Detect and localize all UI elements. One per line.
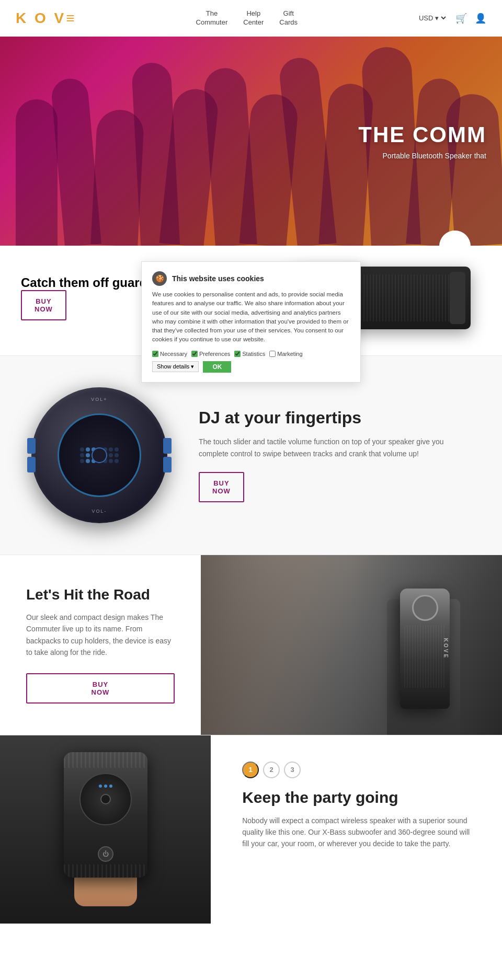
party-speaker-display: ⏻	[0, 735, 211, 924]
cookie-preferences[interactable]: Preferences	[191, 351, 230, 357]
party-heading: Keep the party going	[242, 789, 476, 806]
nav-the-commuter[interactable]: The Commuter	[196, 9, 228, 27]
gear-area	[201, 555, 351, 735]
cookie-preferences-checkbox[interactable]	[191, 351, 198, 357]
hero-subtitle: Portable Bluetooth Speaker that	[358, 152, 486, 160]
speaker-face	[79, 773, 132, 825]
party-step-2[interactable]: 2	[263, 762, 280, 778]
cookie-title: This website uses cookies	[172, 274, 264, 283]
speaker-dot	[86, 453, 90, 457]
led	[99, 785, 102, 788]
dj-buy-now-button[interactable]: BUYNOW	[199, 472, 244, 502]
crowd-figure-12	[444, 93, 502, 246]
cart-icon[interactable]: 🛒	[455, 13, 467, 24]
cookie-marketing-label: Marketing	[277, 351, 302, 357]
speaker-dot	[115, 453, 119, 457]
party-body: Nobody will expect a compact wireless sp…	[242, 815, 476, 850]
party-image: ⏻	[0, 735, 211, 924]
road-image: KOVE	[201, 555, 502, 735]
speaker-side-right	[163, 438, 172, 472]
catch-buy-now-button[interactable]: BUYNOW	[21, 290, 66, 320]
cookie-show-details-button[interactable]: Show details ▾	[152, 361, 199, 372]
power-button: ⏻	[98, 846, 113, 862]
dj-heading: DJ at your fingertips	[199, 408, 471, 428]
party-section: ⏻ 1 2 3 Keep the party going Nobody will…	[0, 735, 502, 924]
hero-title: THE COMM	[358, 122, 486, 147]
cookie-statistics-checkbox[interactable]	[234, 351, 241, 357]
cookie-icon: 🍪	[152, 271, 167, 286]
dj-body: The touch slider and tactile volume func…	[199, 436, 471, 459]
round-speaker-image	[31, 387, 167, 523]
site-header: K O V≡ The Commuter Help Center Gift Car…	[0, 0, 502, 37]
speaker-top-cap	[412, 595, 438, 621]
led	[109, 785, 112, 788]
road-buy-now-button[interactable]: BUYNOW	[26, 673, 175, 704]
speaker-inner	[58, 413, 141, 497]
cookie-marketing[interactable]: Marketing	[269, 351, 302, 357]
cookie-statistics[interactable]: Statistics	[234, 351, 265, 357]
party-speaker-body: ⏻	[64, 752, 147, 878]
speaker-dot	[80, 459, 84, 463]
crowd-figure-1	[16, 99, 58, 246]
cookie-options: Necessary Preferences Statistics Marketi…	[152, 351, 350, 373]
speaker-dot	[109, 447, 113, 452]
road-heading: Let's Hit the Road	[26, 586, 175, 603]
cookie-necessary-label: Necessary	[160, 351, 187, 357]
dj-section: DJ at your fingertips The touch slider a…	[0, 356, 502, 555]
speaker-center-button	[92, 447, 107, 463]
cookie-banner-header: 🍪 This website uses cookies	[152, 271, 350, 286]
party-text: 1 2 3 Keep the party going Nobody will e…	[211, 735, 502, 924]
hero-text: THE COMM Portable Bluetooth Speaker that	[358, 122, 486, 160]
cookie-ok-button[interactable]: OK	[203, 361, 231, 373]
nav-help-center[interactable]: Help Center	[243, 9, 264, 27]
cookie-necessary-checkbox[interactable]	[152, 351, 158, 357]
led-row	[99, 785, 112, 788]
speaker-dot	[109, 453, 113, 457]
road-body: Our sleek and compact design makes The C…	[26, 612, 175, 659]
led	[104, 785, 107, 788]
logo-accent: ≡	[66, 10, 76, 26]
party-step-1[interactable]: 1	[242, 762, 259, 778]
bottom-knurl	[64, 864, 147, 878]
dj-text: DJ at your fingertips The touch slider a…	[199, 408, 471, 502]
nav-gift-cards[interactable]: Gift Cards	[279, 9, 298, 27]
cookie-necessary[interactable]: Necessary	[152, 351, 187, 357]
road-text: Let's Hit the Road Our sleek and compact…	[0, 555, 201, 735]
speaker-grille	[404, 625, 446, 688]
cookie-banner: 🍪 This website uses cookies We use cooki…	[141, 261, 361, 383]
speaker-brand-label: KOVE	[442, 638, 448, 659]
road-speaker: KOVE	[400, 589, 450, 709]
hand	[74, 875, 137, 906]
power-icon: ⏻	[102, 850, 109, 858]
catch-section: Catch them off guard BUYNOW 🍪 This websi…	[0, 246, 502, 355]
hero-section: THE COMM Portable Bluetooth Speaker that	[0, 37, 502, 246]
car-cup-holder-image: KOVE	[201, 555, 502, 735]
logo[interactable]: K O V≡	[16, 10, 77, 27]
speaker-dot	[80, 447, 84, 452]
speaker-dot	[86, 447, 90, 452]
party-step-3[interactable]: 3	[284, 762, 301, 778]
cookie-preferences-label: Preferences	[199, 351, 230, 357]
speaker-dot	[86, 459, 90, 463]
currency-selector[interactable]: USD ▾ EUR ▾ GBP ▾	[417, 14, 448, 22]
speaker-side-left	[27, 438, 36, 472]
speaker-dot	[109, 459, 113, 463]
cookie-body: We use cookies to personalise content an…	[152, 290, 350, 344]
header-icons: USD ▾ EUR ▾ GBP ▾ 🛒 👤	[417, 13, 486, 24]
road-section: Let's Hit the Road Our sleek and compact…	[0, 555, 502, 735]
speaker-dot	[115, 447, 119, 452]
user-icon[interactable]: 👤	[475, 13, 486, 24]
hand-speaker-group: ⏻	[64, 752, 147, 906]
party-steps: 1 2 3	[242, 762, 476, 778]
cookie-statistics-label: Statistics	[242, 351, 265, 357]
speaker-center	[100, 794, 111, 804]
logo-text: K O V	[16, 10, 66, 26]
top-knurl	[64, 752, 147, 768]
main-nav: The Commuter Help Center Gift Cards	[196, 9, 298, 27]
speaker-dot	[115, 459, 119, 463]
speaker-dot	[80, 453, 84, 457]
cookie-marketing-checkbox[interactable]	[269, 351, 276, 357]
